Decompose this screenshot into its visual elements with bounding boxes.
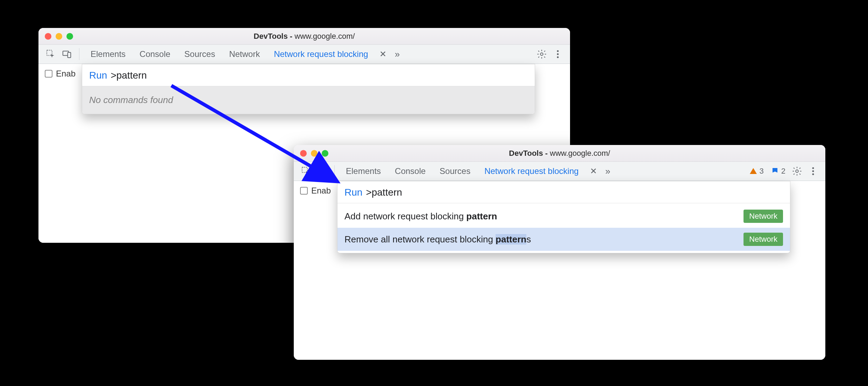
titlebar[interactable]: DevTools - www.google.com/ bbox=[38, 28, 570, 45]
more-tabs-button[interactable]: » bbox=[602, 166, 614, 177]
command-palette: Run >pattern Add network request blockin… bbox=[337, 181, 790, 253]
devtools-toolbar: Elements Console Sources Network request… bbox=[294, 162, 825, 181]
devtools-toolbar: Elements Console Sources Network Network… bbox=[38, 45, 570, 64]
minimize-window-button[interactable] bbox=[311, 150, 318, 156]
command-query: >pattern bbox=[366, 187, 402, 198]
svg-point-10 bbox=[796, 170, 798, 173]
command-category-badge: Network bbox=[744, 233, 783, 246]
run-prefix: Run bbox=[344, 187, 362, 198]
svg-point-3 bbox=[540, 53, 543, 56]
window-title: DevTools - www.google.com/ bbox=[509, 149, 610, 158]
enable-blocking-label: Enab bbox=[311, 186, 331, 196]
device-toolbar-icon[interactable] bbox=[315, 165, 329, 178]
inspect-element-icon[interactable] bbox=[299, 165, 313, 178]
command-category-badge: Network bbox=[744, 210, 783, 223]
tab-elements[interactable]: Elements bbox=[340, 166, 387, 176]
divider bbox=[79, 48, 79, 60]
command-input[interactable]: Run >pattern bbox=[82, 64, 535, 86]
close-window-button[interactable] bbox=[45, 33, 51, 39]
command-results: Add network request blocking pattern Net… bbox=[337, 203, 790, 253]
svg-rect-2 bbox=[68, 52, 71, 58]
settings-icon[interactable] bbox=[534, 48, 549, 61]
enable-blocking-label: Enab bbox=[56, 69, 76, 79]
kebab-menu-icon[interactable] bbox=[806, 165, 820, 178]
divider bbox=[334, 165, 335, 177]
issues-count: 2 bbox=[781, 167, 785, 176]
tab-sources[interactable]: Sources bbox=[433, 166, 477, 176]
zoom-window-button[interactable] bbox=[322, 150, 328, 156]
titlebar[interactable]: DevTools - www.google.com/ bbox=[294, 145, 825, 162]
issues-badge[interactable]: 2 bbox=[768, 167, 788, 176]
tab-network-request-blocking[interactable]: Network request blocking bbox=[268, 49, 374, 59]
tab-console[interactable]: Console bbox=[133, 49, 177, 59]
minimize-window-button[interactable] bbox=[56, 33, 62, 39]
enable-blocking-checkbox[interactable] bbox=[300, 187, 308, 195]
window-title: DevTools - www.google.com/ bbox=[254, 32, 355, 41]
settings-icon[interactable] bbox=[790, 165, 804, 178]
command-input[interactable]: Run >pattern bbox=[337, 181, 790, 203]
command-item-match: pattern bbox=[496, 234, 526, 245]
svg-point-4 bbox=[557, 50, 559, 52]
close-tab-button[interactable]: ✕ bbox=[586, 166, 600, 176]
svg-point-13 bbox=[812, 173, 814, 175]
kebab-menu-icon[interactable] bbox=[550, 48, 565, 61]
svg-point-6 bbox=[557, 56, 559, 58]
issue-flag-icon bbox=[771, 167, 779, 175]
svg-point-5 bbox=[557, 53, 559, 55]
zoom-window-button[interactable] bbox=[66, 33, 73, 39]
traffic-lights bbox=[300, 150, 328, 156]
warnings-count: 3 bbox=[760, 167, 764, 176]
command-item-remove-all-patterns[interactable]: Remove all network request blocking patt… bbox=[337, 228, 790, 251]
device-toolbar-icon[interactable] bbox=[59, 48, 74, 61]
command-palette: Run >pattern No commands found bbox=[82, 64, 535, 114]
command-item-match: pattern bbox=[466, 211, 497, 221]
tab-network-request-blocking[interactable]: Network request blocking bbox=[478, 166, 585, 176]
close-tab-button[interactable]: ✕ bbox=[376, 49, 390, 59]
inspect-element-icon[interactable] bbox=[43, 48, 58, 61]
svg-point-11 bbox=[812, 167, 814, 169]
run-prefix: Run bbox=[89, 70, 107, 81]
svg-rect-9 bbox=[323, 169, 326, 175]
panel-content: Enab Run >pattern Add network request bl… bbox=[294, 181, 825, 360]
command-query: >pattern bbox=[111, 70, 147, 81]
tab-network[interactable]: Network bbox=[223, 49, 266, 59]
warning-icon bbox=[749, 167, 757, 175]
command-item-prefix: Remove all network request blocking bbox=[344, 234, 496, 245]
devtools-window-after: DevTools - www.google.com/ Elements Cons… bbox=[294, 145, 825, 360]
tab-elements[interactable]: Elements bbox=[84, 49, 132, 59]
traffic-lights bbox=[45, 33, 73, 39]
tab-sources[interactable]: Sources bbox=[178, 49, 221, 59]
more-tabs-button[interactable]: » bbox=[391, 49, 403, 60]
warnings-badge[interactable]: 3 bbox=[746, 167, 767, 176]
command-item-prefix: Add network request blocking bbox=[344, 211, 466, 221]
command-item-add-pattern[interactable]: Add network request blocking pattern Net… bbox=[337, 205, 790, 228]
tab-console[interactable]: Console bbox=[389, 166, 432, 176]
enable-blocking-checkbox[interactable] bbox=[45, 70, 52, 78]
close-window-button[interactable] bbox=[300, 150, 307, 156]
svg-point-12 bbox=[812, 170, 814, 172]
command-empty-text: No commands found bbox=[82, 86, 535, 114]
command-item-suffix: s bbox=[526, 234, 531, 245]
